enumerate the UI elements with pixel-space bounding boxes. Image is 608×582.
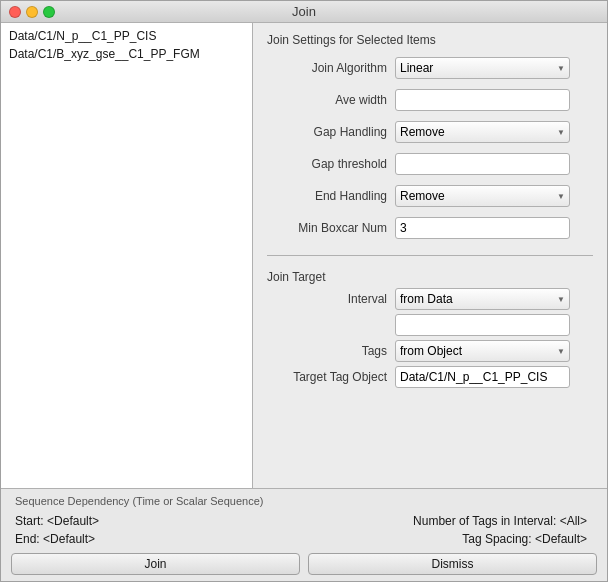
maximize-button[interactable] (43, 6, 55, 18)
interval-select[interactable]: from Data from Object Custom (395, 288, 570, 310)
ave-width-input[interactable] (395, 89, 570, 111)
start-label: Start: (15, 514, 44, 528)
join-button[interactable]: Join (11, 553, 300, 575)
join-algorithm-select[interactable]: Linear Quadratic Nearest Neighbor (395, 57, 570, 79)
min-boxcar-group: Min Boxcar Num 3 (267, 217, 593, 239)
num-tags-item: Number of Tags in Interval: <All> (306, 513, 597, 529)
gap-handling-label: Gap Handling (267, 125, 387, 139)
num-tags-value: <All> (560, 514, 587, 528)
join-algorithm-label: Join Algorithm (267, 61, 387, 75)
interval-group: Interval from Data from Object Custom (267, 288, 593, 310)
main-content: Data/C1/N_p__C1_PP_CIS Data/C1/B_xyz_gse… (1, 23, 607, 488)
button-row: Join Dismiss (11, 553, 597, 575)
tag-spacing-label: Tag Spacing: (462, 532, 531, 546)
gap-handling-group: Gap Handling Remove Keep Fill (267, 121, 593, 143)
end-value: <Default> (43, 532, 95, 546)
start-item: Start: <Default> (11, 513, 302, 529)
interval-select-wrapper: from Data from Object Custom (395, 288, 570, 310)
window: Join Data/C1/N_p__C1_PP_CIS Data/C1/B_xy… (0, 0, 608, 582)
traffic-lights (9, 6, 55, 18)
start-value: <Default> (47, 514, 99, 528)
min-boxcar-input[interactable]: 3 (395, 217, 570, 239)
gap-handling-select[interactable]: Remove Keep Fill (395, 121, 570, 143)
num-tags-label: Number of Tags in Interval: (413, 514, 556, 528)
dismiss-button[interactable]: Dismiss (308, 553, 597, 575)
join-algorithm-group: Join Algorithm Linear Quadratic Nearest … (267, 57, 593, 79)
interval-label: Interval (267, 292, 387, 306)
tags-group: Tags from Object from Data Custom (267, 340, 593, 362)
minimize-button[interactable] (26, 6, 38, 18)
sequence-grid: Start: <Default> Number of Tags in Inter… (11, 513, 597, 547)
close-button[interactable] (9, 6, 21, 18)
target-tag-object-input[interactable]: Data/C1/N_p__C1_PP_CIS (395, 366, 570, 388)
gap-threshold-group: Gap threshold (267, 153, 593, 175)
target-tag-object-label: Target Tag Object (267, 370, 387, 384)
end-item: End: <Default> (11, 531, 302, 547)
interval-text-input[interactable] (395, 314, 570, 336)
tags-select-wrapper: from Object from Data Custom (395, 340, 570, 362)
title-bar: Join (1, 1, 607, 23)
target-tag-object-group: Target Tag Object Data/C1/N_p__C1_PP_CIS (267, 366, 593, 388)
gap-threshold-input[interactable] (395, 153, 570, 175)
ave-width-group: Ave width (267, 89, 593, 111)
sequence-dependency-label: Sequence Dependency (Time or Scalar Sequ… (11, 495, 597, 507)
end-handling-group: End Handling Remove Keep Fill (267, 185, 593, 207)
interval-text-group (395, 314, 593, 336)
separator (267, 255, 593, 256)
join-target-section: Join Target Interval from Data from Obje… (267, 270, 593, 392)
bottom-area: Sequence Dependency (Time or Scalar Sequ… (1, 488, 607, 581)
file-list-panel: Data/C1/N_p__C1_PP_CIS Data/C1/B_xyz_gse… (1, 23, 253, 488)
join-settings-section-label: Join Settings for Selected Items (267, 33, 593, 47)
tags-select[interactable]: from Object from Data Custom (395, 340, 570, 362)
end-handling-select-wrapper: Remove Keep Fill (395, 185, 570, 207)
join-target-section-label: Join Target (267, 270, 593, 284)
ave-width-label: Ave width (267, 93, 387, 107)
tag-spacing-item: Tag Spacing: <Default> (306, 531, 597, 547)
end-handling-label: End Handling (267, 189, 387, 203)
window-title: Join (292, 4, 316, 19)
end-label: End: (15, 532, 40, 546)
gap-handling-select-wrapper: Remove Keep Fill (395, 121, 570, 143)
join-algorithm-select-wrapper: Linear Quadratic Nearest Neighbor (395, 57, 570, 79)
tag-spacing-value: <Default> (535, 532, 587, 546)
min-boxcar-label: Min Boxcar Num (267, 221, 387, 235)
tags-label: Tags (267, 344, 387, 358)
settings-panel: Join Settings for Selected Items Join Al… (253, 23, 607, 488)
list-item[interactable]: Data/C1/N_p__C1_PP_CIS (1, 27, 252, 45)
end-handling-select[interactable]: Remove Keep Fill (395, 185, 570, 207)
list-item[interactable]: Data/C1/B_xyz_gse__C1_PP_FGM (1, 45, 252, 63)
gap-threshold-label: Gap threshold (267, 157, 387, 171)
